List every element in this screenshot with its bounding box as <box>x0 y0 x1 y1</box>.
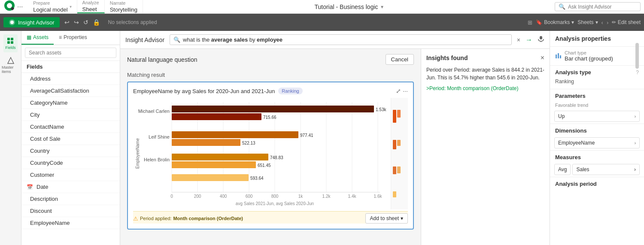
redo-icon[interactable]: ↪ <box>73 18 80 27</box>
insights-link[interactable]: >Period: Month comparison (OrderDate) <box>426 85 518 91</box>
svg-text:0: 0 <box>170 194 173 199</box>
field-item-description[interactable]: Description <box>21 193 120 205</box>
undo-icon[interactable]: ↩ <box>63 18 71 27</box>
nav-prev-icon[interactable]: ‹ <box>601 19 603 26</box>
tab-assets[interactable]: ▦ Assets <box>21 31 54 45</box>
field-item-category-name[interactable]: CategoryName <box>21 97 120 109</box>
field-item-discount[interactable]: Discount <box>21 205 120 217</box>
ia-header: Insight Advisor 🔍 what is the average sa… <box>120 31 550 49</box>
dimensions-value: EmployeeName <box>558 140 595 146</box>
tab-properties[interactable]: ≡ Properties <box>54 31 92 45</box>
narrate-nav-section[interactable]: Narrate Storytelling <box>105 0 143 13</box>
matching-section: Matching result EmployeeName by avg Sale… <box>120 70 421 233</box>
prepare-nav-title: Prepare <box>33 0 67 6</box>
svg-text:1.53k: 1.53k <box>376 107 386 112</box>
sidebar-item-master-items[interactable]: Master items <box>0 54 21 76</box>
edit-sheet-button[interactable]: ✏ Edit sheet <box>612 19 641 25</box>
nav-next-icon[interactable]: › <box>607 19 608 26</box>
measures-chip-sales[interactable]: Sales › <box>572 164 640 175</box>
ia-clear-button[interactable]: × <box>517 36 520 43</box>
field-item-country-code[interactable]: CountryCode <box>21 157 120 169</box>
master-items-icon <box>7 57 15 64</box>
grid-icon[interactable]: ⊞ <box>528 19 532 26</box>
favorable-trend-dropdown[interactable]: Up › <box>554 111 640 122</box>
sheets-button[interactable]: Sheets ▾ <box>577 19 598 25</box>
assets-search[interactable] <box>21 45 120 61</box>
field-item-customer[interactable]: Customer <box>21 169 120 181</box>
lock-icon[interactable]: 🔒 <box>91 18 101 27</box>
insight-advisor-tab[interactable]: Insight Advisor <box>3 17 60 27</box>
measures-label: Measures <box>555 154 581 160</box>
ia-mic-button[interactable] <box>538 36 544 44</box>
chart-type-section: Chart type Bar chart (grouped) <box>550 47 644 64</box>
app-menu-dots[interactable]: ··· <box>17 3 23 11</box>
search-assets-input[interactable] <box>25 48 116 58</box>
favorable-trend-label: Favorable trend <box>550 101 644 109</box>
content-body: Natural language question Cancel Matchin… <box>120 49 550 245</box>
toolbar-right: ⊞ 🔖 Bookmarks ▾ Sheets ▾ ‹ › ✏ Edit shee… <box>528 19 641 26</box>
y-axis-container: EmployeeName <box>133 98 142 209</box>
field-item-employee-name[interactable]: EmployeeName <box>21 217 120 229</box>
field-item-cost-of-sale[interactable]: Cost of Sale <box>21 133 120 145</box>
period-value: Month comparison (OrderDate) <box>173 216 243 221</box>
add-to-sheet-button[interactable]: Add to sheet ▾ <box>365 213 408 224</box>
dimensions-dropdown[interactable]: EmployeeName › <box>554 137 640 148</box>
prepare-nav-section[interactable]: Prepare Logical model ▾ <box>28 0 77 13</box>
bookmarks-button[interactable]: 🔖 Bookmarks ▾ <box>536 19 574 25</box>
scroll-thumb[interactable] <box>635 43 639 69</box>
app-logo[interactable]: ··· <box>3 0 23 14</box>
insights-close-button[interactable]: × <box>541 54 544 62</box>
matching-result-title: Matching result <box>127 72 414 78</box>
chart-type-info: Chart type Bar chart (grouped) <box>565 50 613 62</box>
svg-rect-7 <box>7 41 10 44</box>
field-item-city[interactable]: City <box>21 109 120 121</box>
svg-text:593.64: 593.64 <box>250 176 264 181</box>
field-item-average-call-satisfaction[interactable]: AverageCallSatisfaction <box>21 85 120 97</box>
ask-insight-advisor-search[interactable]: 🔍 <box>555 2 641 11</box>
field-label-countrycode: CountryCode <box>30 160 63 166</box>
measures-chip-avg[interactable]: Avg <box>554 164 571 175</box>
nav-center: Tutorial - Business logic ▾ <box>143 3 555 10</box>
period-footer: ⚠ Period applied: Month comparison (Orde… <box>133 211 408 224</box>
ia-search-box[interactable]: 🔍 what is the average sales by employee <box>170 34 512 45</box>
field-label-avg-call: AverageCallSatisfaction <box>30 88 89 94</box>
field-item-date[interactable]: 📅 Date <box>21 181 120 193</box>
svg-text:Helen Brolin: Helen Brolin <box>144 157 170 162</box>
narrate-nav-label: Storytelling <box>110 6 137 13</box>
sparkline-bar <box>393 110 396 123</box>
nlq-header: Natural language question Cancel <box>120 49 421 70</box>
field-item-contact-name[interactable]: ContactName <box>21 121 120 133</box>
ia-submit-button[interactable]: → <box>526 36 532 44</box>
field-item-country[interactable]: Country <box>21 145 120 157</box>
dimensions-arrow-icon: › <box>635 141 636 145</box>
field-item-address[interactable]: Address <box>21 73 120 85</box>
ask-insight-input[interactable] <box>568 4 628 10</box>
cancel-button[interactable]: Cancel <box>386 54 414 65</box>
svg-rect-33 <box>172 161 256 168</box>
main-layout: Fields Master items ▦ Assets ≡ Propertie… <box>0 31 644 245</box>
svg-text:avg Sales 2021-Jun, avg Sales : avg Sales 2021-Jun, avg Sales 2020-Jun <box>236 201 314 206</box>
refresh-icon[interactable]: ↺ <box>82 18 90 27</box>
master-items-label: Master items <box>2 65 19 74</box>
sparkline-bar <box>393 166 396 174</box>
field-label-employee: EmployeeName <box>30 220 70 226</box>
field-icon-date: 📅 <box>27 184 33 190</box>
analysis-type-value: Ranking <box>550 77 644 87</box>
field-label-cost: Cost of Sale <box>30 136 61 142</box>
app-title-dropdown-icon[interactable]: ▾ <box>381 4 383 10</box>
svg-text:1.2k: 1.2k <box>322 194 331 199</box>
svg-text:600: 600 <box>246 194 253 199</box>
assets-tab-label: Assets <box>33 34 49 40</box>
sidebar-item-fields[interactable]: Fields <box>3 34 17 52</box>
chart-more-button[interactable]: ··· <box>403 88 408 94</box>
chart-expand-button[interactable]: ⤢ <box>396 88 401 94</box>
second-toolbar: Insight Advisor ↩ ↪ ↺ 🔒 No selections ap… <box>0 14 644 31</box>
sparkline-bar <box>397 166 401 173</box>
analysis-properties-title: Analysis properties <box>555 35 611 42</box>
analyze-nav-section[interactable]: Analyze Sheet <box>77 0 105 13</box>
help-icon-analysis-type[interactable]: ? <box>636 70 639 76</box>
svg-point-1 <box>7 3 12 8</box>
fields-header: Fields <box>21 61 120 73</box>
bookmarks-dropdown-icon: ▾ <box>571 19 574 25</box>
svg-rect-50 <box>560 55 561 58</box>
